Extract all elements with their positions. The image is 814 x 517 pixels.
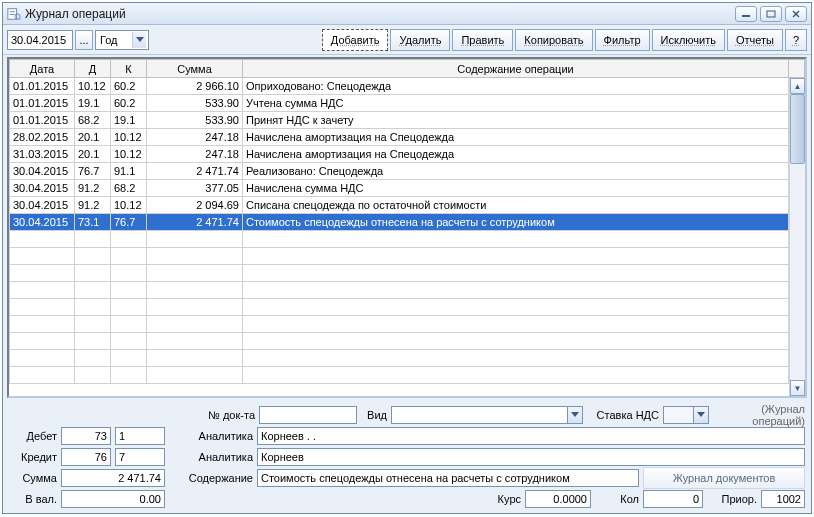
cell-k[interactable]: 10.12 xyxy=(111,197,147,214)
cell-sum[interactable]: 2 471.74 xyxy=(147,214,243,231)
cell-date[interactable]: 28.02.2015 xyxy=(10,129,75,146)
date-input[interactable] xyxy=(7,30,73,50)
cell-desc[interactable]: Принят НДС к зачету xyxy=(243,112,789,129)
cell-d[interactable]: 76.7 xyxy=(75,163,111,180)
cell-sum[interactable]: 533.90 xyxy=(147,112,243,129)
kredit-sub-input[interactable] xyxy=(115,448,165,466)
table-row[interactable]: 01.01.201568.219.1533.90Принят НДС к зач… xyxy=(10,112,805,129)
cell-desc[interactable]: Стоимость спецодежды отнесена на расчеты… xyxy=(243,214,789,231)
table-row-empty[interactable] xyxy=(10,367,805,384)
prior-input[interactable] xyxy=(761,490,805,508)
scroll-thumb[interactable] xyxy=(790,94,805,164)
cell-date[interactable]: 01.01.2015 xyxy=(10,95,75,112)
close-button[interactable] xyxy=(785,6,807,22)
cell-k[interactable]: 10.12 xyxy=(111,129,147,146)
table-row[interactable]: 31.03.201520.110.12247.18Начислена аморт… xyxy=(10,146,805,163)
table-row[interactable]: 01.01.201519.160.2533.90Учтена сумма НДС xyxy=(10,95,805,112)
cell-desc[interactable]: Начислена сумма НДС xyxy=(243,180,789,197)
table-row-empty[interactable] xyxy=(10,350,805,367)
vat-combo[interactable] xyxy=(663,406,709,424)
cell-sum[interactable]: 247.18 xyxy=(147,146,243,163)
reports-button[interactable]: Отчеты xyxy=(727,29,783,51)
table-row[interactable]: 01.01.201510.1260.22 966.10Оприходовано:… xyxy=(10,78,805,95)
minimize-button[interactable] xyxy=(735,6,757,22)
table-row[interactable]: 30.04.201591.210.122 094.69Списана спецо… xyxy=(10,197,805,214)
qty-input[interactable] xyxy=(643,490,703,508)
delete-button[interactable]: Удалить xyxy=(390,29,450,51)
cell-d[interactable]: 19.1 xyxy=(75,95,111,112)
cell-k[interactable]: 91.1 xyxy=(111,163,147,180)
filter-button[interactable]: Фильтр xyxy=(595,29,650,51)
debet-sub-input[interactable] xyxy=(115,427,165,445)
cell-d[interactable]: 91.2 xyxy=(75,197,111,214)
table-row[interactable]: 28.02.201520.110.12247.18Начислена аморт… xyxy=(10,129,805,146)
grid-table[interactable]: Дата Д К Сумма Содержание операции 01.01… xyxy=(9,59,805,384)
help-button[interactable]: ? xyxy=(785,29,807,51)
period-combo[interactable]: Год xyxy=(95,30,149,50)
table-row-empty[interactable] xyxy=(10,316,805,333)
kredit-acc-input[interactable] xyxy=(61,448,111,466)
maximize-button[interactable] xyxy=(760,6,782,22)
table-row-empty[interactable] xyxy=(10,265,805,282)
cell-date[interactable]: 31.03.2015 xyxy=(10,146,75,163)
vid-combo[interactable] xyxy=(391,406,583,424)
cell-k[interactable]: 19.1 xyxy=(111,112,147,129)
table-row-empty[interactable] xyxy=(10,333,805,350)
cell-date[interactable]: 30.04.2015 xyxy=(10,197,75,214)
debet-acc-input[interactable] xyxy=(61,427,111,445)
scroll-down-button[interactable]: ▼ xyxy=(790,380,805,396)
table-row[interactable]: 30.04.201576.791.12 471.74Реализовано: С… xyxy=(10,163,805,180)
add-button[interactable]: Добавить xyxy=(322,29,389,51)
cell-k[interactable]: 10.12 xyxy=(111,146,147,163)
table-row-empty[interactable] xyxy=(10,248,805,265)
docno-input[interactable] xyxy=(259,406,357,424)
cell-date[interactable]: 30.04.2015 xyxy=(10,214,75,231)
cell-sum[interactable]: 2 966.10 xyxy=(147,78,243,95)
table-row-empty[interactable] xyxy=(10,282,805,299)
cell-k[interactable]: 60.2 xyxy=(111,95,147,112)
cell-sum[interactable]: 2 094.69 xyxy=(147,197,243,214)
cell-d[interactable]: 20.1 xyxy=(75,146,111,163)
cell-sum[interactable]: 247.18 xyxy=(147,129,243,146)
copy-button[interactable]: Копировать xyxy=(515,29,592,51)
cell-date[interactable]: 01.01.2015 xyxy=(10,112,75,129)
cell-date[interactable]: 30.04.2015 xyxy=(10,163,75,180)
date-picker-button[interactable]: ... xyxy=(75,30,93,50)
col-debet[interactable]: Д xyxy=(75,60,111,78)
doc-journal-button[interactable]: Журнал документов xyxy=(643,467,805,489)
content-input[interactable] xyxy=(257,469,639,487)
cell-sum[interactable]: 2 471.74 xyxy=(147,163,243,180)
cell-d[interactable]: 91.2 xyxy=(75,180,111,197)
table-row-empty[interactable] xyxy=(10,299,805,316)
cell-date[interactable]: 30.04.2015 xyxy=(10,180,75,197)
sum-input[interactable] xyxy=(61,469,165,487)
vertical-scrollbar[interactable]: ▲ ▼ xyxy=(789,78,805,396)
cell-desc[interactable]: Учтена сумма НДС xyxy=(243,95,789,112)
col-desc[interactable]: Содержание операции xyxy=(243,60,789,78)
col-date[interactable]: Дата xyxy=(10,60,75,78)
col-sum[interactable]: Сумма xyxy=(147,60,243,78)
cell-k[interactable]: 76.7 xyxy=(111,214,147,231)
analytic2-input[interactable] xyxy=(257,448,805,466)
cell-desc[interactable]: Реализовано: Спецодежда xyxy=(243,163,789,180)
table-row[interactable]: 30.04.201573.176.72 471.74Стоимость спец… xyxy=(10,214,805,231)
cell-desc[interactable]: Начислена амортизация на Спецодежда xyxy=(243,146,789,163)
analytic1-input[interactable] xyxy=(257,427,805,445)
cell-k[interactable]: 60.2 xyxy=(111,78,147,95)
table-row[interactable]: 30.04.201591.268.2377.05Начислена сумма … xyxy=(10,180,805,197)
exclude-button[interactable]: Исключить xyxy=(652,29,725,51)
cell-date[interactable]: 01.01.2015 xyxy=(10,78,75,95)
scroll-up-button[interactable]: ▲ xyxy=(790,78,805,94)
table-row-empty[interactable] xyxy=(10,231,805,248)
col-kredit[interactable]: К xyxy=(111,60,147,78)
edit-button[interactable]: Править xyxy=(452,29,513,51)
cell-desc[interactable]: Списана спецодежда по остаточной стоимос… xyxy=(243,197,789,214)
cell-d[interactable]: 68.2 xyxy=(75,112,111,129)
cell-sum[interactable]: 533.90 xyxy=(147,95,243,112)
cell-desc[interactable]: Начислена амортизация на Спецодежда xyxy=(243,129,789,146)
cell-d[interactable]: 20.1 xyxy=(75,129,111,146)
cell-d[interactable]: 73.1 xyxy=(75,214,111,231)
cell-sum[interactable]: 377.05 xyxy=(147,180,243,197)
cell-k[interactable]: 68.2 xyxy=(111,180,147,197)
inval-input[interactable] xyxy=(61,490,165,508)
